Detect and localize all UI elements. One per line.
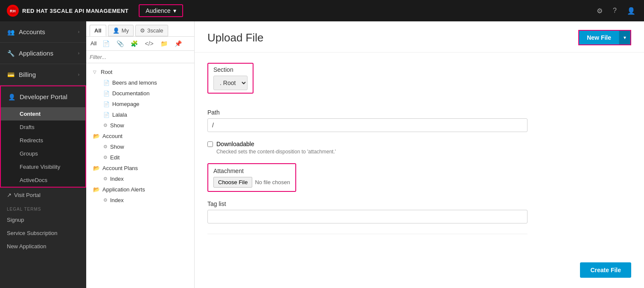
folder-icon: 📂 xyxy=(93,133,100,139)
file-input-row: Choose File No file chosen xyxy=(213,177,290,188)
new-file-dropdown-button[interactable]: ▾ xyxy=(619,31,630,44)
sidebar-item-applications[interactable]: 🔧 Applications › xyxy=(0,43,86,64)
attachment-group: Attachment Choose File No file chosen xyxy=(207,163,631,192)
collapse-icon: ▽ xyxy=(93,70,98,74)
tag-list-input[interactable] xyxy=(207,210,527,223)
filter-label: All xyxy=(89,38,98,49)
file-icon: 📄 xyxy=(103,101,110,107)
sidebar-item-developer-portal[interactable]: 👤 Developer Portal xyxy=(1,86,85,107)
filter-pin-icon[interactable]: 📌 xyxy=(172,38,184,49)
user-icon[interactable]: 👤 xyxy=(625,5,637,17)
sidebar-item-signup[interactable]: Signup xyxy=(0,213,86,226)
tree-children-application-alerts: ⚙ Index xyxy=(86,195,194,206)
attachment-wrapper: Attachment Choose File No file chosen xyxy=(207,163,296,192)
account-plans-label: Account Plans xyxy=(102,165,138,171)
filter-input-row xyxy=(86,51,194,63)
tree-item-lalala[interactable]: 📄 Lalala xyxy=(96,109,194,120)
sidebar-item-new-application[interactable]: New Application xyxy=(0,240,86,253)
section-wrapper: Section . Root xyxy=(207,63,254,94)
file-icon: 📄 xyxy=(103,80,110,86)
gear-icon: ⚙ xyxy=(103,176,108,182)
tree-item-account-edit[interactable]: ⚙ Edit xyxy=(96,152,194,163)
sidebar-item-feature-visibility[interactable]: Feature Visibility xyxy=(1,160,85,173)
filter-input[interactable] xyxy=(90,54,191,60)
developer-portal-label: Developer Portal xyxy=(20,93,67,100)
file-icon: 📄 xyxy=(103,91,110,97)
downloadable-desc: Checked sets the content-disposition to … xyxy=(216,149,336,155)
accounts-icon: 👥 xyxy=(7,29,15,35)
form-area: Section . Root Path Downloadable Checked xyxy=(195,53,644,262)
homepage-label: Homepage xyxy=(112,101,140,107)
tab-3scale[interactable]: ⚙ 3scale xyxy=(135,25,168,36)
tree-item-application-alerts[interactable]: 📂 Application Alerts xyxy=(86,184,194,195)
account-edit-label: Edit xyxy=(110,154,119,161)
sidebar-item-groups[interactable]: Groups xyxy=(1,147,85,160)
filter-attach-icon[interactable]: 📎 xyxy=(114,38,126,49)
tree-children-account: ⚙ Show ⚙ Edit xyxy=(86,141,194,163)
filter-code-icon[interactable]: </> xyxy=(142,38,156,49)
form-divider xyxy=(207,234,527,234)
account-plans-index-label: Index xyxy=(110,176,124,182)
filter-puzzle-icon[interactable]: 🧩 xyxy=(128,38,140,49)
downloadable-checkbox[interactable] xyxy=(207,141,213,147)
tabs-row: All 👤 My ⚙ 3scale xyxy=(86,21,194,37)
tree-item-application-alerts-index[interactable]: ⚙ Index xyxy=(96,195,194,206)
sidebar-section-developer-portal: 👤 Developer Portal Content Drafts Redire… xyxy=(0,85,86,188)
tree-item-account-show[interactable]: ⚙ Show xyxy=(96,141,194,152)
tree-content: ▽ Root 📄 Beers and lemons 📄 Documentatio… xyxy=(86,63,194,288)
tree-item-account-plans-index[interactable]: ⚙ Index xyxy=(96,173,194,184)
applications-icon: 🔧 xyxy=(7,50,15,57)
filter-folder-icon[interactable]: 📁 xyxy=(158,38,170,49)
application-alerts-label: Application Alerts xyxy=(102,186,145,193)
downloadable-checkbox-group: Downloadable Checked sets the content-di… xyxy=(207,141,631,155)
sidebar-item-redirects[interactable]: Redirects xyxy=(1,134,85,147)
top-navigation: RH RED HAT 3SCALE API MANAGEMENT Audienc… xyxy=(0,0,644,21)
sidebar-section-billing: 💳 Billing › xyxy=(0,64,86,85)
sidebar-item-content[interactable]: Content xyxy=(1,107,85,120)
tree-item-root-show[interactable]: ⚙ Show xyxy=(96,120,194,131)
gear-icon: ⚙ xyxy=(103,197,108,203)
sidebar-item-activedocs[interactable]: ActiveDocs xyxy=(1,173,85,187)
path-input[interactable] xyxy=(207,118,527,132)
sidebar-item-billing[interactable]: 💳 Billing › xyxy=(0,64,86,85)
tree-item-account[interactable]: 📂 Account xyxy=(86,131,194,141)
gear-icon: ⚙ xyxy=(103,155,108,160)
tree-item-beers[interactable]: 📄 Beers and lemons xyxy=(96,77,194,88)
audience-label: Audience xyxy=(146,7,170,14)
tree-children-root: 📄 Beers and lemons 📄 Documentation 📄 Hom… xyxy=(86,77,194,131)
downloadable-group: Downloadable Checked sets the content-di… xyxy=(207,141,631,155)
filter-file-icon[interactable]: 📄 xyxy=(100,38,112,49)
new-file-button[interactable]: New File xyxy=(579,31,619,44)
external-link-icon: ↗ xyxy=(7,192,12,198)
folder-icon: 📂 xyxy=(93,165,100,171)
settings-icon[interactable]: ⚙ xyxy=(595,5,604,17)
section-select[interactable]: . Root xyxy=(213,76,248,90)
tree-item-account-plans[interactable]: 📂 Account Plans xyxy=(86,163,194,173)
tab-my[interactable]: 👤 My xyxy=(108,25,134,36)
sidebar-item-accounts[interactable]: 👥 Accounts › xyxy=(0,21,86,42)
application-alerts-index-label: Index xyxy=(110,197,124,203)
account-show-label: Show xyxy=(110,144,124,150)
tab-all[interactable]: All xyxy=(90,25,106,36)
help-icon[interactable]: ? xyxy=(611,5,618,16)
applications-label: Applications xyxy=(19,50,53,57)
applications-arrow: › xyxy=(78,51,79,56)
content-header: Upload File New File ▾ xyxy=(195,21,644,53)
root-label: Root xyxy=(101,69,112,75)
sidebar-section-applications: 🔧 Applications › xyxy=(0,43,86,64)
logo-icon: RH xyxy=(7,5,19,17)
choose-file-button[interactable]: Choose File xyxy=(213,177,252,188)
tree-item-homepage[interactable]: 📄 Homepage xyxy=(96,99,194,109)
beers-label: Beers and lemons xyxy=(112,79,157,86)
tree-item-root[interactable]: ▽ Root xyxy=(86,67,194,77)
tree-item-documentation[interactable]: 📄 Documentation xyxy=(96,88,194,99)
audience-button[interactable]: Audience ▾ xyxy=(139,4,183,17)
downloadable-label[interactable]: Downloadable xyxy=(216,141,254,147)
sidebar-item-drafts[interactable]: Drafts xyxy=(1,120,85,134)
chevron-down-icon: ▾ xyxy=(173,7,176,14)
sidebar-item-service-subscription[interactable]: Service Subscription xyxy=(0,226,86,240)
visit-portal-item[interactable]: ↗ Visit Portal xyxy=(0,188,86,203)
documentation-label: Documentation xyxy=(112,90,149,97)
create-file-button[interactable]: Create File xyxy=(580,262,631,278)
folder-icon: 📂 xyxy=(93,186,100,193)
